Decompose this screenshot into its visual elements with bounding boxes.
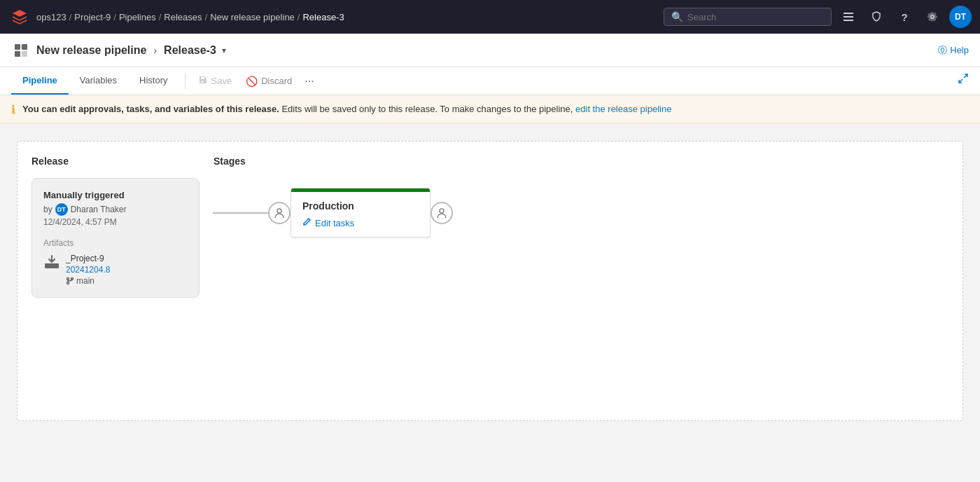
svg-rect-1: [22, 44, 27, 50]
shield-icon-btn[interactable]: [865, 6, 888, 28]
svg-point-7: [67, 278, 69, 280]
breadcrumb-chevron: ›: [153, 45, 157, 56]
breadcrumb-pipeline[interactable]: New release pipeline: [210, 12, 295, 22]
svg-point-8: [67, 282, 69, 284]
edit-tasks-button[interactable]: Edit tasks: [302, 217, 354, 228]
save-icon: [198, 75, 208, 87]
breadcrumb-release: Release-3: [302, 12, 344, 22]
search-input[interactable]: [687, 12, 824, 22]
user-avatar[interactable]: DT: [949, 6, 972, 28]
tabs-bar: Pipeline Variables History Save 🚫 Discar…: [0, 67, 980, 95]
artifact-icon: [43, 254, 60, 273]
settings-icon-btn[interactable]: [921, 6, 944, 28]
svg-rect-0: [15, 44, 20, 50]
trigger-label: Manually triggered: [43, 190, 188, 200]
main-content: Release Manually triggered by DT Dharan …: [0, 124, 980, 482]
breadcrumb-org[interactable]: ops123: [36, 12, 66, 22]
pre-approver[interactable]: [268, 202, 290, 224]
artifact-branch: main: [66, 276, 110, 286]
artifact-item: _Project-9 20241204.8 main: [43, 254, 188, 286]
pipeline-canvas: Release Manually triggered by DT Dharan …: [17, 141, 963, 421]
topbar-right: 🔍 ? DT: [664, 6, 972, 28]
svg-point-11: [440, 209, 444, 213]
tab-variables[interactable]: Variables: [69, 67, 128, 95]
release-section: Release Manually triggered by DT Dharan …: [31, 156, 200, 406]
tab-pipeline[interactable]: Pipeline: [11, 67, 69, 95]
user-avatar-small: DT: [55, 203, 68, 216]
edit-pipeline-link[interactable]: edit the release pipeline: [575, 104, 671, 114]
logo: [8, 6, 31, 28]
save-action[interactable]: Save: [191, 67, 239, 95]
artifact-version[interactable]: 20241204.8: [66, 265, 110, 275]
stages-connector: Production Edit tasks: [214, 188, 948, 237]
release-dropdown-arrow[interactable]: ▾: [222, 46, 226, 55]
stages-section-title: Stages: [214, 156, 948, 167]
tab-divider: [185, 73, 186, 89]
release-card: Manually triggered by DT Dharan Thaker 1…: [31, 178, 200, 298]
expand-button[interactable]: [958, 73, 969, 87]
save-label: Save: [211, 76, 232, 86]
svg-rect-6: [45, 263, 59, 268]
trigger-by: by DT Dharan Thaker: [43, 203, 188, 216]
stage-card: Production Edit tasks: [290, 188, 430, 237]
artifacts-label: Artifacts: [43, 238, 188, 248]
tab-history[interactable]: History: [128, 67, 178, 95]
by-label: by: [43, 205, 52, 214]
top-navbar: ops123 / Project-9 / Pipelines / Release…: [0, 0, 980, 34]
more-button[interactable]: ···: [299, 67, 319, 95]
checklist-icon-btn[interactable]: [837, 6, 860, 28]
stages-section: Stages: [214, 156, 948, 406]
release-name: Release-3: [164, 44, 216, 57]
question-icon-btn[interactable]: ?: [893, 6, 916, 28]
help-link[interactable]: ⓪ Help: [938, 44, 969, 57]
post-approver[interactable]: [430, 202, 453, 224]
pipeline-name-link[interactable]: New release pipeline: [36, 44, 146, 57]
help-circle-icon: ⓪: [938, 44, 947, 57]
discard-icon: 🚫: [246, 76, 258, 87]
trigger-date: 12/4/2024, 4:57 PM: [43, 217, 188, 227]
search-box[interactable]: 🔍: [664, 8, 832, 26]
search-icon: 🔍: [671, 11, 683, 22]
breadcrumb-releases[interactable]: Releases: [164, 12, 202, 22]
edit-icon: [302, 217, 312, 228]
pipeline-icon: [11, 41, 31, 60]
stage-name: Production: [302, 200, 419, 212]
artifact-name: _Project-9: [66, 254, 110, 263]
breadcrumb-pipelines[interactable]: Pipelines: [119, 12, 156, 22]
svg-point-10: [277, 209, 281, 213]
svg-rect-2: [15, 51, 20, 57]
svg-rect-3: [22, 51, 27, 57]
stage-body: Production Edit tasks: [291, 192, 430, 237]
breadcrumb: ops123 / Project-9 / Pipelines / Release…: [36, 12, 664, 22]
artifact-details: _Project-9 20241204.8 main: [66, 254, 110, 286]
connector-line-left: [213, 212, 269, 214]
info-icon: ℹ: [11, 103, 15, 116]
discard-action[interactable]: 🚫 Discard: [239, 67, 299, 95]
release-section-title: Release: [31, 156, 200, 167]
discard-label: Discard: [261, 76, 292, 86]
user-name: Dharan Thaker: [71, 205, 127, 214]
sub-header: New release pipeline › Release-3 ▾ ⓪ Hel…: [0, 34, 980, 67]
info-banner: ℹ You can edit approvals, tasks, and var…: [0, 95, 980, 124]
stage-wrapper: Production Edit tasks: [268, 188, 453, 237]
info-text: You can edit approvals, tasks, and varia…: [22, 102, 671, 116]
breadcrumb-project[interactable]: Project-9: [74, 12, 111, 22]
edit-tasks-label: Edit tasks: [315, 218, 354, 228]
